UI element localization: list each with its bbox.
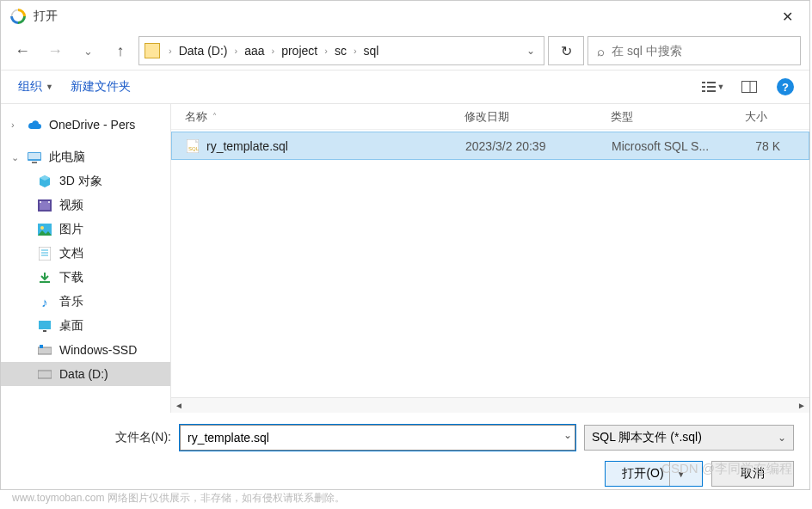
breadcrumb-segment[interactable]: sc: [331, 44, 350, 58]
cancel-button[interactable]: 取消: [711, 461, 794, 487]
svg-rect-7: [742, 82, 757, 93]
tree-music[interactable]: ♪音乐: [1, 290, 170, 314]
column-header-date[interactable]: 修改日期: [451, 109, 597, 125]
breadcrumb-dropdown[interactable]: ⌄: [518, 45, 544, 57]
music-icon: ♪: [37, 294, 52, 310]
search-box[interactable]: ⌕: [587, 36, 801, 65]
tree-videos[interactable]: 视频: [1, 193, 170, 218]
nav-recent-button[interactable]: ⌄: [73, 37, 102, 64]
sort-asc-icon: ˄: [212, 112, 217, 121]
svg-rect-5: [702, 90, 705, 92]
cube-icon: [37, 174, 52, 189]
folder-icon: [145, 43, 160, 58]
dialog-title: 打开: [34, 9, 768, 24]
column-header-name[interactable]: 名称˄: [171, 109, 451, 125]
svg-point-14: [40, 201, 41, 203]
horizontal-scrollbar[interactable]: ◄ ►: [171, 397, 809, 413]
pc-icon: [27, 150, 42, 165]
svg-rect-18: [39, 247, 51, 261]
svg-point-17: [40, 226, 44, 230]
tree-documents[interactable]: 文档: [1, 242, 170, 266]
svg-point-15: [48, 201, 50, 203]
organize-button[interactable]: 组织 ▼: [9, 71, 62, 103]
document-icon: [37, 246, 52, 261]
tree-pictures[interactable]: 图片: [1, 218, 170, 242]
svg-rect-6: [707, 90, 716, 92]
column-header-row: 名称˄ 修改日期 类型 大小: [171, 104, 809, 130]
drive-icon: [37, 366, 52, 382]
search-input[interactable]: [612, 44, 791, 58]
file-name: ry_template.sql: [206, 139, 288, 153]
nav-tree: › OneDrive - Pers ⌄ 此电脑 3D 对象 视频 图片 文档 下…: [1, 104, 171, 413]
breadcrumb-segment[interactable]: project: [278, 44, 321, 58]
column-header-type[interactable]: 类型: [597, 109, 731, 125]
tree-desktop[interactable]: 桌面: [1, 314, 170, 338]
breadcrumb-segment[interactable]: Data (D:): [175, 44, 231, 58]
refresh-button[interactable]: ↻: [548, 36, 584, 65]
download-icon: [37, 270, 52, 285]
drive-icon: [37, 342, 52, 358]
view-options-button[interactable]: ▼: [698, 75, 729, 99]
svg-rect-4: [707, 86, 716, 88]
chevron-down-icon: ⌄: [11, 152, 20, 163]
tree-windows-ssd[interactable]: Windows-SSD: [1, 338, 170, 362]
video-icon: [37, 198, 52, 213]
close-button[interactable]: ✕: [768, 3, 806, 29]
tree-data-d[interactable]: Data (D:): [1, 362, 170, 386]
tree-3d-objects[interactable]: 3D 对象: [1, 169, 170, 193]
desktop-icon: [37, 318, 52, 334]
nav-up-button[interactable]: ↑: [106, 37, 135, 64]
help-button[interactable]: ?: [770, 75, 801, 99]
preview-pane-button[interactable]: [734, 75, 765, 99]
chevron-right-icon[interactable]: ›: [165, 46, 175, 56]
open-split-dropdown[interactable]: ▼: [669, 462, 686, 486]
sql-file-icon: SQL: [186, 139, 200, 153]
tree-onedrive[interactable]: › OneDrive - Pers: [1, 113, 170, 137]
chevron-down-icon: ⌄: [778, 432, 786, 444]
chevron-right-icon[interactable]: ›: [231, 46, 241, 56]
svg-rect-25: [40, 345, 43, 348]
new-folder-button[interactable]: 新建文件夹: [62, 71, 139, 103]
chevron-right-icon[interactable]: ›: [268, 46, 279, 56]
file-size: 78 K: [732, 139, 784, 153]
svg-rect-2: [707, 82, 716, 83]
chevron-right-icon: ›: [11, 120, 20, 130]
tree-this-pc[interactable]: ⌄ 此电脑: [1, 145, 170, 169]
svg-rect-24: [38, 347, 52, 354]
scroll-left-icon[interactable]: ◄: [171, 398, 187, 414]
svg-rect-22: [39, 321, 51, 329]
breadcrumb-segment[interactable]: aaa: [241, 44, 268, 58]
file-date: 2023/3/2 20:39: [452, 139, 598, 153]
filename-label: 文件名(N):: [16, 430, 171, 445]
svg-rect-23: [43, 330, 46, 332]
filetype-filter[interactable]: SQL 脚本文件 (*.sql) ⌄: [584, 425, 794, 451]
scroll-right-icon[interactable]: ►: [794, 398, 809, 414]
chevron-right-icon[interactable]: ›: [321, 46, 331, 56]
chevron-right-icon[interactable]: ›: [350, 46, 360, 56]
svg-rect-11: [32, 162, 37, 163]
filename-dropdown[interactable]: ⌄: [563, 429, 572, 441]
breadcrumb[interactable]: › Data (D:) › aaa › project › sc › sql ⌄: [138, 36, 544, 65]
svg-rect-3: [702, 86, 705, 88]
open-button[interactable]: 打开(O) ▼: [605, 461, 703, 487]
tree-downloads[interactable]: 下载: [1, 266, 170, 290]
svg-text:SQL: SQL: [188, 146, 199, 151]
svg-rect-1: [702, 82, 705, 83]
app-icon: [9, 8, 27, 25]
search-icon: ⌕: [597, 44, 605, 58]
column-header-size[interactable]: 大小: [731, 109, 783, 125]
svg-rect-26: [38, 371, 52, 378]
nav-forward-button[interactable]: →: [40, 37, 70, 64]
file-row[interactable]: SQL ry_template.sql 2023/3/2 20:39 Micro…: [171, 132, 809, 160]
svg-rect-10: [28, 153, 40, 159]
breadcrumb-segment[interactable]: sql: [360, 44, 383, 58]
picture-icon: [37, 222, 52, 237]
cloud-icon: [27, 117, 42, 132]
nav-back-button[interactable]: ←: [8, 37, 37, 64]
disclaimer: www.toymoban.com 网络图片仅供展示，非存储，如有侵权请联系删除。: [12, 491, 345, 506]
filename-input[interactable]: [180, 425, 575, 451]
chevron-down-icon: ▼: [46, 83, 53, 91]
file-type: Microsoft SQL S...: [598, 139, 732, 153]
